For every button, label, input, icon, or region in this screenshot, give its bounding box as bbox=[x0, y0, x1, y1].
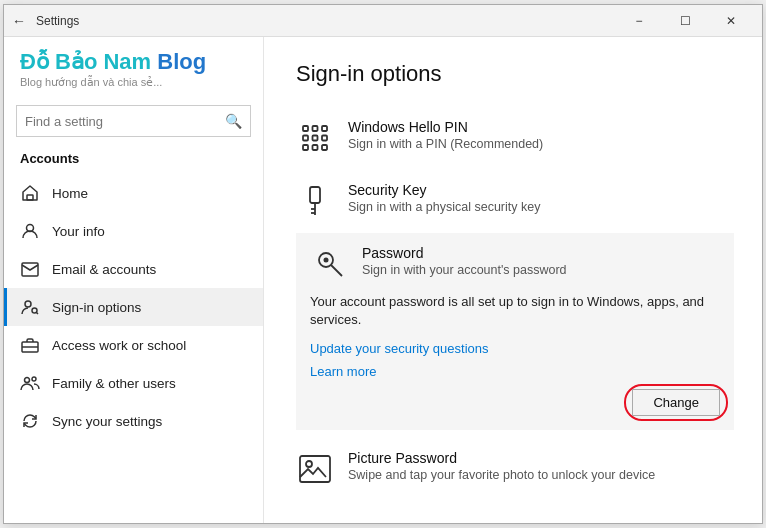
picture-password-option[interactable]: Picture Password Swipe and tap your favo… bbox=[296, 438, 734, 501]
window-title: Settings bbox=[36, 14, 616, 28]
people-icon bbox=[20, 373, 40, 393]
svg-rect-11 bbox=[313, 126, 318, 131]
maximize-button[interactable]: ☐ bbox=[662, 5, 708, 37]
svg-point-9 bbox=[32, 377, 36, 381]
picture-password-text: Picture Password Swipe and tap your favo… bbox=[348, 450, 655, 482]
search-input[interactable] bbox=[17, 114, 217, 129]
svg-point-3 bbox=[25, 301, 31, 307]
main-content: Đỗ Bảo Nam Blog Blog hướng dẫn và chia s… bbox=[4, 37, 762, 523]
svg-rect-0 bbox=[27, 195, 33, 200]
change-button[interactable]: Change bbox=[632, 389, 720, 416]
sidebar-item-access-work[interactable]: Access work or school bbox=[4, 326, 263, 364]
settings-window: ← Settings − ☐ ✕ Đỗ Bảo Nam Blog Blog hư… bbox=[3, 4, 763, 524]
svg-rect-14 bbox=[313, 136, 318, 141]
logo-text: Đỗ Bảo Nam Blog bbox=[20, 49, 247, 75]
learn-more-link[interactable]: Learn more bbox=[310, 364, 720, 379]
svg-point-8 bbox=[25, 378, 30, 383]
sidebar-item-sync-label: Sync your settings bbox=[52, 414, 162, 429]
windows-hello-pin-text: Windows Hello PIN Sign in with a PIN (Re… bbox=[348, 119, 543, 151]
security-key-title: Security Key bbox=[348, 182, 540, 198]
svg-point-27 bbox=[306, 461, 312, 467]
picture-password-icon bbox=[296, 450, 334, 488]
briefcase-icon bbox=[20, 335, 40, 355]
page-title: Sign-in options bbox=[296, 61, 734, 87]
logo-subtitle: Blog hướng dẫn và chia sẻ... bbox=[20, 76, 247, 89]
windows-hello-pin-desc: Sign in with a PIN (Recommended) bbox=[348, 137, 543, 151]
home-icon bbox=[20, 183, 40, 203]
sidebar-item-access-work-label: Access work or school bbox=[52, 338, 186, 353]
svg-rect-15 bbox=[322, 136, 327, 141]
sidebar-item-email-label: Email & accounts bbox=[52, 262, 156, 277]
windows-hello-pin-option[interactable]: Windows Hello PIN Sign in with a PIN (Re… bbox=[296, 107, 734, 170]
minimize-button[interactable]: − bbox=[616, 5, 662, 37]
sidebar-item-sign-in-label: Sign-in options bbox=[52, 300, 141, 315]
security-key-desc: Sign in with a physical security key bbox=[348, 200, 540, 214]
person-icon bbox=[20, 221, 40, 241]
search-box[interactable]: 🔍 bbox=[16, 105, 251, 137]
password-desc: Sign in with your account's password bbox=[362, 263, 567, 277]
svg-rect-19 bbox=[310, 187, 320, 203]
sidebar-item-your-info[interactable]: Your info bbox=[4, 212, 263, 250]
close-button[interactable]: ✕ bbox=[708, 5, 754, 37]
sidebar-item-family-label: Family & other users bbox=[52, 376, 176, 391]
sidebar: Đỗ Bảo Nam Blog Blog hướng dẫn và chia s… bbox=[4, 37, 264, 523]
search-icon: 🔍 bbox=[217, 113, 250, 129]
svg-point-25 bbox=[324, 258, 329, 263]
password-header-text: Password Sign in with your account's pas… bbox=[362, 245, 567, 277]
back-button[interactable]: ← bbox=[12, 13, 26, 29]
picture-password-desc: Swipe and tap your favorite photo to unl… bbox=[348, 468, 655, 482]
person-key-icon bbox=[20, 297, 40, 317]
password-title: Password bbox=[362, 245, 567, 261]
password-section: Password Sign in with your account's pas… bbox=[296, 233, 734, 430]
security-key-option[interactable]: Security Key Sign in with a physical sec… bbox=[296, 170, 734, 233]
sidebar-item-email-accounts[interactable]: Email & accounts bbox=[4, 250, 263, 288]
password-body: Your account password is all set up to s… bbox=[310, 293, 720, 329]
sync-icon bbox=[20, 411, 40, 431]
security-key-icon bbox=[296, 182, 334, 220]
svg-rect-26 bbox=[300, 456, 330, 482]
sidebar-item-your-info-label: Your info bbox=[52, 224, 105, 239]
svg-rect-17 bbox=[313, 145, 318, 150]
change-button-wrapper: Change bbox=[632, 389, 720, 416]
window-controls: − ☐ ✕ bbox=[616, 5, 754, 37]
main-panel: Sign-in options bbox=[264, 37, 762, 523]
svg-rect-16 bbox=[303, 145, 308, 150]
sidebar-item-sign-in-options[interactable]: Sign-in options bbox=[4, 288, 263, 326]
svg-rect-13 bbox=[303, 136, 308, 141]
sidebar-item-home-label: Home bbox=[52, 186, 88, 201]
svg-rect-10 bbox=[303, 126, 308, 131]
email-icon bbox=[20, 259, 40, 279]
security-key-text: Security Key Sign in with a physical sec… bbox=[348, 182, 540, 214]
sidebar-item-sync-settings[interactable]: Sync your settings bbox=[4, 402, 263, 440]
svg-line-24 bbox=[331, 265, 342, 276]
sidebar-item-family-users[interactable]: Family & other users bbox=[4, 364, 263, 402]
titlebar: ← Settings − ☐ ✕ bbox=[4, 5, 762, 37]
svg-rect-12 bbox=[322, 126, 327, 131]
password-actions: Change bbox=[310, 389, 720, 416]
section-title: Accounts bbox=[4, 147, 263, 174]
logo: Đỗ Bảo Nam Blog Blog hướng dẫn và chia s… bbox=[4, 37, 263, 97]
windows-hello-pin-title: Windows Hello PIN bbox=[348, 119, 543, 135]
svg-point-4 bbox=[32, 308, 37, 313]
password-icon bbox=[310, 245, 348, 283]
picture-password-title: Picture Password bbox=[348, 450, 655, 466]
windows-hello-pin-icon bbox=[296, 119, 334, 157]
sidebar-item-home[interactable]: Home bbox=[4, 174, 263, 212]
svg-line-5 bbox=[37, 313, 39, 315]
update-security-link[interactable]: Update your security questions bbox=[310, 341, 720, 356]
password-section-header[interactable]: Password Sign in with your account's pas… bbox=[310, 245, 720, 283]
svg-rect-18 bbox=[322, 145, 327, 150]
